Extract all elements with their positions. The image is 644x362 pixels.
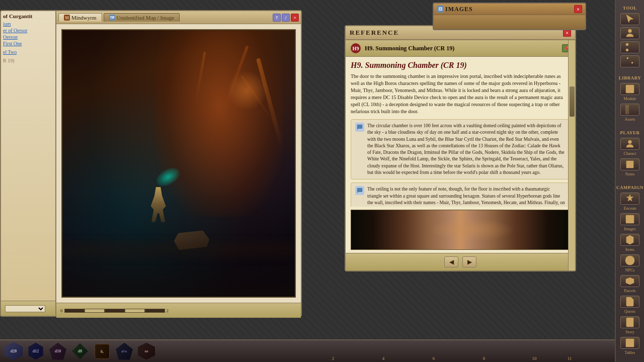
left-panel-title: of Curgantit (3, 13, 55, 19)
reference-comment-2: The ceiling is not the only feature of n… (351, 183, 570, 207)
dice-d12-shape: d12 (27, 343, 44, 360)
left-panel-select[interactable] (5, 305, 45, 312)
sidebar-npcs-label: NPCs (625, 268, 635, 273)
images-window-title: Images (445, 6, 473, 13)
mindwyrm-tab-inactive-label: Unidentified Map / Image (117, 15, 175, 21)
sidebar-character-btn[interactable] (620, 138, 639, 150)
coord-8: 8 (459, 356, 509, 361)
left-panel-link-5[interactable]: el Two (3, 49, 55, 55)
left-panel-link-2[interactable]: er of Oersor (3, 28, 55, 33)
reference-entry-icon: H9 (351, 43, 361, 53)
svg-point-3 (628, 140, 631, 144)
dice-d6[interactable]: 6. (93, 342, 112, 361)
comment-2-icon (355, 186, 364, 195)
reference-image-strip (351, 210, 570, 250)
sidebar-section-library: Library (619, 75, 641, 80)
scale-seg-2 (85, 309, 105, 313)
svg-rect-2 (625, 105, 629, 114)
sidebar-encounters-btn[interactable] (620, 193, 639, 205)
sidebar-section-tool: Tool (623, 6, 637, 11)
mindwyrm-close-btn[interactable]: × (291, 14, 299, 22)
scale-seg-3 (105, 309, 125, 313)
coord-bar: 2 4 6 8 10 11 (308, 356, 580, 361)
sidebar-pointer-btn[interactable] (620, 13, 639, 25)
sidebar-npcs-btn[interactable] (620, 254, 639, 266)
reference-comment-1: The circular chamber is over 100 feet ac… (351, 119, 570, 179)
bottom-bar: d20 d12 d10 d8 6. d% 00 2 4 6 8 10 11 (0, 339, 615, 362)
left-panel-link-4[interactable]: First One (3, 41, 55, 46)
dice-d20[interactable]: d20 (4, 342, 23, 361)
scale-seg-4 (125, 309, 145, 313)
mindwyrm-tab-active-label: Mindwyrm (71, 15, 97, 21)
dice-d100[interactable]: 00 (137, 342, 156, 361)
scale-label-2: 2 (167, 308, 169, 313)
sidebar-items-label: Items (625, 247, 634, 252)
mindwyrm-window: M Mindwyrm 🗺 Unidentified Map / Image ? … (55, 10, 302, 317)
comment-1-icon (355, 123, 364, 132)
sidebar-assets-btn[interactable] (620, 104, 639, 116)
sidebar-items-btn[interactable] (620, 234, 639, 246)
sidebar-character-label: Charact (624, 151, 636, 156)
svg-rect-1 (626, 85, 634, 94)
dice-special-shape: d% (116, 343, 133, 360)
reference-comment-1-text: The circular chamber is over 100 feet ac… (367, 123, 566, 176)
images-window-icon: 🖼 (437, 6, 444, 13)
mindwyrm-win-icons: ? / × (273, 14, 299, 22)
dice-d10-shape: d10 (49, 343, 66, 360)
reference-scroll-area[interactable]: H9. Summoning Chamber (CR 19) The door t… (346, 57, 575, 207)
dice-d6-shape: 6. (95, 344, 110, 359)
left-panel-link-6[interactable]: R 19) (3, 58, 55, 63)
reference-scrollbar-thumb[interactable] (570, 86, 575, 117)
left-panel-link-1[interactable]: ium (3, 21, 55, 27)
reference-next-btn[interactable]: ▶ (462, 256, 476, 267)
mindwyrm-minimize-btn[interactable]: ? (273, 14, 281, 22)
right-sidebar: Tool Library Module Assets Player Charac… (615, 0, 644, 362)
scale-bar: 0 2 (60, 308, 169, 313)
svg-point-6 (627, 217, 629, 218)
dice-d20-shape: d20 (5, 342, 23, 360)
reference-prev-btn[interactable]: ◀ (444, 256, 458, 267)
scale-seg-5 (145, 309, 165, 313)
dice-d10[interactable]: d10 (48, 342, 67, 361)
mindwyrm-tab-active[interactable]: M Mindwyrm (58, 13, 102, 22)
sidebar-module-label: Module (624, 97, 636, 101)
mindwyrm-titlebar: M Mindwyrm 🗺 Unidentified Map / Image ? … (56, 11, 301, 24)
sidebar-notes-btn[interactable] (620, 158, 639, 170)
sidebar-quests-btn[interactable] (620, 296, 639, 308)
map-icon: 🗺 (109, 15, 115, 21)
mindwyrm-icon: M (64, 15, 70, 21)
sidebar-user-btn[interactable] (620, 27, 639, 39)
coord-2: 2 (308, 356, 358, 361)
sidebar-assets-label: Assets (625, 117, 635, 122)
sidebar-images-btn[interactable] (620, 213, 639, 225)
scale-label-0: 0 (60, 308, 63, 313)
sidebar-parcels-label: Parcels (624, 289, 635, 293)
reference-navigation: ◀ ▶ (346, 253, 575, 270)
mindwyrm-help-btn[interactable]: / (282, 14, 290, 22)
sidebar-scissors-btn[interactable] (620, 41, 639, 53)
sidebar-parcels-btn[interactable] (620, 275, 639, 287)
reference-header: H9 H9. Summoning Chamber (CR 19) 📌 (346, 40, 575, 57)
sidebar-tables-btn[interactable] (620, 337, 639, 349)
sidebar-tables-label: Tables (625, 350, 635, 355)
reference-h1: H9. Summoning Chamber (CR 19) (351, 61, 570, 70)
svg-rect-7 (626, 339, 634, 347)
sidebar-encounters-label: Encoun (624, 206, 636, 211)
left-panel-link-3[interactable]: Oerson (3, 34, 55, 40)
images-window-close[interactable]: × (574, 5, 582, 13)
reference-window: Reference × H9 H9. Summoning Chamber (CR… (345, 25, 576, 272)
dice-d12[interactable]: d12 (26, 342, 45, 361)
sidebar-images-label: Images (624, 227, 635, 231)
sidebar-percent-btn[interactable] (620, 55, 639, 67)
dice-d8[interactable]: d8 (70, 342, 90, 361)
sidebar-notes-label: Notes (625, 172, 635, 176)
images-window: 🖼 Images × (433, 3, 586, 30)
sidebar-module-btn[interactable] (620, 83, 639, 95)
sidebar-story-btn[interactable] (620, 316, 639, 328)
reference-scrollbar[interactable] (568, 40, 575, 270)
creature-image (62, 30, 295, 297)
reference-title: Reference (350, 29, 399, 37)
dice-special[interactable]: d% (115, 342, 134, 361)
strip-image-content (351, 210, 570, 249)
mindwyrm-tab-inactive[interactable]: 🗺 Unidentified Map / Image (104, 13, 180, 22)
